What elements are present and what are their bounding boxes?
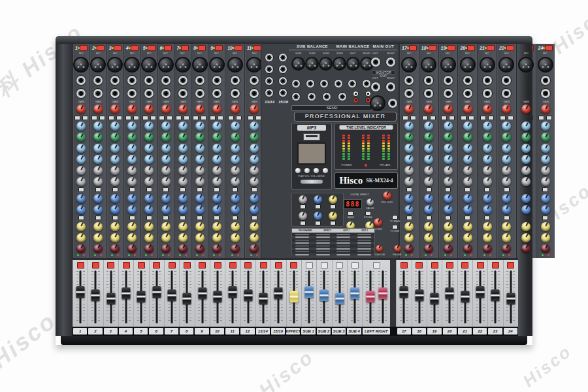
balance-xlr[interactable] [346,57,360,71]
eq-aux-knob[interactable] [144,155,154,164]
pad-button[interactable] [116,116,122,120]
rca-white-jack[interactable] [353,91,359,97]
eq-aux-knob[interactable] [404,144,414,153]
insert-jack[interactable] [127,88,137,99]
eq-aux-knob[interactable] [521,222,531,231]
gain-knob[interactable] [444,105,453,114]
eq-aux-knob[interactable] [541,155,550,164]
eq-aux-knob[interactable] [144,133,154,142]
eq-aux-knob[interactable] [404,133,414,142]
pan-knob[interactable] [541,244,550,253]
phones-jack[interactable] [387,98,398,108]
eq-aux-knob[interactable] [178,205,188,214]
eq-aux-knob[interactable] [463,177,472,186]
aux-switch-button[interactable] [129,188,135,192]
eq-aux-knob[interactable] [424,166,433,175]
aux-switch-button[interactable] [504,216,510,220]
insert-jack[interactable] [144,88,154,99]
usb-port[interactable] [303,133,320,140]
fader-cap[interactable] [168,289,176,301]
insert-jack[interactable] [212,88,222,99]
eq-aux-knob[interactable] [161,166,171,175]
eq-aux-knob[interactable] [212,205,221,214]
eq-aux-knob[interactable] [424,155,433,164]
eq-aux-knob[interactable] [231,177,240,186]
gain-knob[interactable] [541,105,550,114]
aux-master-button[interactable] [315,204,321,209]
eq-aux-knob[interactable] [161,133,171,142]
fader-cap[interactable] [305,286,314,298]
main-out-left-jack[interactable] [370,57,381,67]
stereo-input-jack[interactable] [278,53,287,62]
eq-aux-knob[interactable] [161,194,171,203]
gain-knob[interactable] [93,105,103,114]
eq-aux-knob[interactable] [483,122,492,131]
eq-aux-knob[interactable] [110,122,120,131]
eq-aux-knob[interactable] [195,122,204,131]
eq-aux-knob[interactable] [110,222,120,231]
pan-knob[interactable] [110,244,120,253]
aux-master-button[interactable] [330,221,336,225]
eq-aux-knob[interactable] [502,177,511,186]
eq-aux-knob[interactable] [178,155,188,164]
eq-aux-knob[interactable] [231,194,240,203]
fader-cap[interactable] [415,289,423,301]
balance-jack[interactable] [306,79,315,88]
eq-aux-knob[interactable] [195,133,204,142]
fader-cap[interactable] [137,291,146,302]
low-cut-button[interactable] [461,116,466,120]
eq-aux-knob[interactable] [250,177,259,186]
fader-mute-button[interactable] [507,262,514,269]
pad-button[interactable] [410,116,416,120]
low-cut-button[interactable] [210,116,216,120]
gain-knob[interactable] [483,105,492,114]
eq-aux-knob[interactable] [161,155,171,164]
eq-aux-knob[interactable] [502,144,511,153]
aux-switch-button[interactable] [95,188,101,192]
aux-switch-button[interactable] [232,188,238,192]
eq-aux-knob[interactable] [541,222,550,231]
mic-pad-button[interactable] [80,45,88,51]
pan-knob[interactable] [502,244,511,253]
eq-aux-knob[interactable] [93,233,103,242]
line-input-jack[interactable] [144,75,154,86]
eq-aux-knob[interactable] [178,133,188,142]
to-sub-button[interactable] [392,225,398,229]
pan-knob[interactable] [483,244,492,253]
eq-aux-knob[interactable] [110,133,120,142]
eq-aux-knob[interactable] [127,144,137,153]
xlr-mic-input[interactable] [227,57,243,73]
fader-cap[interactable] [446,287,454,299]
balance-xlr[interactable] [305,57,319,71]
eq-aux-knob[interactable] [212,166,221,175]
low-cut-button[interactable] [538,116,544,120]
line-input-jack[interactable] [230,75,240,86]
eq-aux-knob[interactable] [76,155,86,164]
eq-aux-knob[interactable] [541,205,550,214]
aux-switch-button[interactable] [95,216,101,220]
eq-aux-knob[interactable] [483,222,492,231]
eq-aux-knob[interactable] [250,205,259,214]
eq-aux-knob[interactable] [76,222,86,231]
insert-jack[interactable] [463,88,473,99]
insert-jack[interactable] [178,88,188,99]
fader-mute-button[interactable] [244,262,252,269]
pad-button[interactable] [449,116,455,120]
pan-knob[interactable] [444,244,453,253]
balance-xlr[interactable] [319,57,333,71]
fader-mute-button[interactable] [306,262,313,269]
eq-aux-knob[interactable] [444,233,453,242]
aux-master-knob[interactable] [299,195,307,204]
gain-knob[interactable] [502,105,511,114]
eq-aux-knob[interactable] [110,194,120,203]
eq-aux-knob[interactable] [93,166,103,175]
eq-aux-knob[interactable] [444,205,453,214]
fader-cap[interactable] [91,289,100,301]
pan-knob[interactable] [76,244,86,253]
pan-knob[interactable] [404,244,414,253]
aux-switch-button[interactable] [504,188,510,192]
gain-knob[interactable] [144,105,154,114]
to-main-button[interactable] [392,215,398,220]
pad-button[interactable] [150,116,156,120]
pad-button[interactable] [546,116,552,120]
